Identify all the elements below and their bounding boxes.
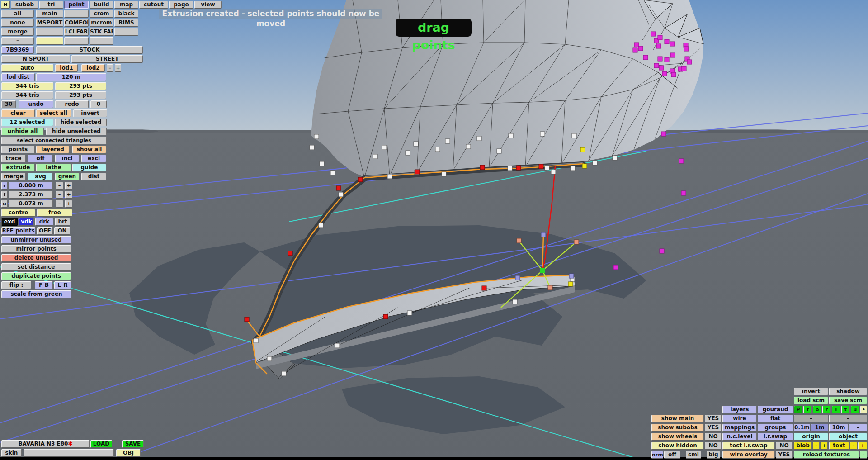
value-lod-dist[interactable]: 120 m	[36, 73, 106, 81]
vertex-point-salmon[interactable]	[517, 238, 521, 243]
btn-set-distance[interactable]: set distance	[1, 263, 71, 271]
stat-tris-current[interactable]: 344 tris	[1, 82, 53, 90]
vertex-point-white[interactable]	[254, 338, 258, 343]
vertex-point-magenta[interactable]	[638, 46, 643, 51]
btn-ref-on[interactable]: ON	[54, 227, 70, 235]
btn-trace-off[interactable]: off	[28, 155, 53, 162]
btn-r-plus[interactable]: +	[65, 182, 72, 190]
btn-drk[interactable]: drk	[35, 218, 53, 226]
tab-tri[interactable]: tri	[39, 1, 63, 9]
btn-object[interactable]: object	[829, 433, 867, 441]
btn-points[interactable]: points	[1, 146, 35, 153]
vertex-point-white[interactable]	[314, 134, 319, 139]
btn-blob[interactable]: blob	[794, 442, 812, 450]
value-undo-count[interactable]: 30	[1, 100, 16, 108]
vertex-point-red[interactable]	[482, 286, 486, 290]
btn-lr-swap[interactable]: l.r.swap	[758, 433, 793, 441]
vertex-point-white[interactable]	[572, 133, 576, 138]
btn-grid-10m[interactable]: 10m	[829, 424, 848, 432]
btn-text[interactable]: text	[829, 442, 849, 450]
value-skin-name[interactable]	[24, 449, 114, 457]
axis-u[interactable]: u	[1, 200, 8, 208]
vertex-point-white[interactable]	[613, 156, 617, 160]
vertex-point-white[interactable]	[551, 170, 556, 174]
btn-color-code[interactable]: 7B9369	[1, 46, 34, 54]
viewport-3d[interactable]	[0, 0, 868, 460]
btn-merge-points[interactable]: merge	[1, 173, 26, 180]
vertex-point-white[interactable]	[435, 147, 440, 152]
btn-trace-incl[interactable]: incl	[55, 155, 79, 162]
btn-layers[interactable]: layers	[722, 406, 757, 413]
vertex-point-magenta[interactable]	[658, 57, 662, 61]
vertex-point-magenta[interactable]	[681, 191, 686, 195]
vertex-point-magenta[interactable]	[660, 249, 664, 253]
stat-tris-total[interactable]: 344 tris	[1, 91, 53, 99]
btn-delete-unused[interactable]: delete unused	[1, 254, 71, 262]
btn-rims[interactable]: RIMS	[114, 19, 138, 27]
stat-pts-total[interactable]: 293 pts	[55, 91, 106, 99]
btn-none[interactable]: none	[1, 19, 34, 27]
vertex-point-white[interactable]	[267, 356, 272, 361]
btn-trace-excl[interactable]: excl	[81, 155, 106, 162]
btn-mcrom[interactable]: mcrom	[90, 19, 113, 27]
btn-skin[interactable]: skin	[1, 449, 22, 457]
btn-dash[interactable]: –	[1, 37, 34, 45]
vertex-point-salmon[interactable]	[574, 240, 579, 244]
btn-trace[interactable]: trace	[1, 155, 26, 162]
btn-unhide-all[interactable]: unhide all	[1, 128, 44, 135]
vertex-point-magenta[interactable]	[670, 53, 675, 57]
vertex-point-white[interactable]	[466, 144, 471, 149]
btn-blank-1[interactable]: –	[794, 415, 828, 422]
vertex-point-yellow[interactable]	[568, 282, 573, 286]
value-show-wheels[interactable]: NO	[705, 433, 722, 441]
btn-wire[interactable]: wire	[722, 415, 757, 422]
vertex-point-white[interactable]	[310, 145, 314, 150]
btn-invert-shadow[interactable]: invert	[794, 388, 828, 395]
btn-nrm-big[interactable]: big	[707, 451, 720, 459]
btn-duplicate-points[interactable]: duplicate points	[1, 272, 71, 280]
btn-lathe[interactable]: lathe	[36, 164, 71, 171]
btn-wire-overlay[interactable]: wire overlay	[722, 451, 775, 459]
value-show-hidden[interactable]: NO	[705, 442, 722, 450]
vertex-point-white[interactable]	[406, 151, 410, 155]
tab-page[interactable]: page	[169, 1, 193, 9]
vertex-point-green[interactable]	[540, 268, 545, 273]
btn-save-scm[interactable]: save scm	[829, 397, 867, 404]
vertex-point-white[interactable]	[320, 161, 324, 166]
btn-extrude[interactable]: extrude	[1, 164, 35, 171]
value-r[interactable]: 0.000 m	[9, 182, 53, 190]
vertex-point-white[interactable]	[540, 132, 545, 136]
btn-show-hidden[interactable]: show hidden	[651, 442, 704, 450]
btn-show-wheels[interactable]: show wheels	[651, 433, 704, 441]
btn-test-lr-swap[interactable]: test l.r.swap	[722, 442, 775, 450]
btn-nrm-off[interactable]: off	[664, 451, 680, 459]
vertex-point-white[interactable]	[335, 343, 340, 348]
btn-reload-minus[interactable]: –	[860, 451, 867, 459]
vertex-point-magenta[interactable]	[659, 66, 664, 70]
vertex-point-magenta[interactable]	[684, 47, 689, 51]
vertex-point-red[interactable]	[358, 177, 363, 182]
btn-ref-points[interactable]: REF points	[1, 227, 35, 235]
btn-load-scm[interactable]: load scm	[794, 397, 828, 404]
btn-brt[interactable]: brt	[55, 218, 70, 226]
btn-gouraud[interactable]: gouraud	[758, 406, 793, 413]
btn-lod-plus[interactable]: +	[115, 64, 121, 72]
label-flip[interactable]: flip :	[1, 281, 31, 289]
vertex-point-magenta[interactable]	[643, 55, 648, 60]
value-show-main[interactable]: YES	[705, 415, 722, 422]
label-lod-dist[interactable]: lod dist	[1, 73, 35, 81]
btn-dist[interactable]: dist	[81, 173, 106, 180]
vertex-point-white[interactable]	[508, 166, 512, 171]
btn-n-sport[interactable]: N SPORT	[1, 55, 70, 63]
vertex-point-magenta[interactable]	[662, 71, 667, 76]
value-f[interactable]: 2.373 m	[9, 191, 53, 199]
tab-build[interactable]: build	[90, 1, 113, 9]
vertex-point-white[interactable]	[282, 371, 286, 376]
vertex-point-magenta[interactable]	[671, 72, 676, 77]
btn-r-minus[interactable]: –	[56, 182, 63, 190]
value-test-lr-swap[interactable]: NO	[776, 442, 793, 450]
tab-h[interactable]: H	[1, 1, 10, 9]
btn-layer-r[interactable]: r	[822, 406, 831, 413]
vertex-point-white[interactable]	[509, 133, 513, 138]
tab-map[interactable]: map	[114, 1, 138, 9]
